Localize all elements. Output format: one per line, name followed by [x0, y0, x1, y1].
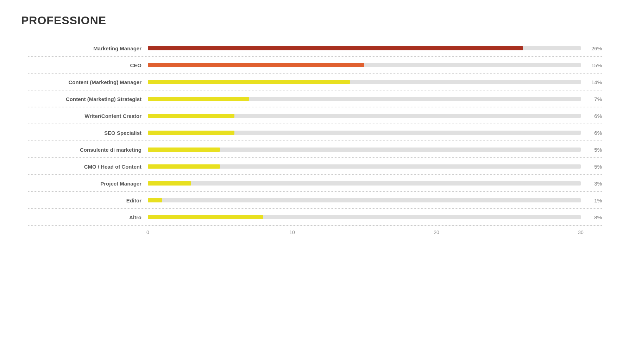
row-pct: 1% [581, 197, 602, 203]
x-axis-label: 10 [289, 230, 295, 235]
bar-fill [148, 97, 249, 101]
chart-row: Content (Marketing) Strategist 7% [28, 90, 602, 107]
x-axis: 0102030 [148, 226, 602, 240]
row-pct: 14% [581, 79, 602, 85]
bar-fill [148, 164, 220, 169]
chart-row: Editor 1% [28, 192, 602, 209]
row-label: CMO / Head of Content [28, 159, 148, 175]
row-label: Project Manager [28, 176, 148, 192]
bar-area [148, 40, 581, 57]
row-label: Altro [28, 209, 148, 225]
bar-fill [148, 215, 263, 219]
bar-area [148, 209, 581, 226]
chart-row: CMO / Head of Content 5% [28, 158, 602, 175]
chart-row: CEO 15% [28, 57, 602, 74]
row-label: Marketing Manager [28, 40, 148, 56]
bar-track [148, 198, 581, 202]
chart-row: Content (Marketing) Manager 14% [28, 74, 602, 90]
row-pct: 7% [581, 96, 602, 102]
row-pct: 6% [581, 113, 602, 119]
bar-area [148, 124, 581, 141]
bar-fill [148, 63, 364, 67]
row-label: Consulente di marketing [28, 142, 148, 158]
bar-area [148, 192, 581, 209]
x-axis-label: 0 [146, 230, 149, 235]
bar-fill [148, 131, 234, 135]
row-label: Content (Marketing) Manager [28, 74, 148, 90]
bar-fill [148, 148, 220, 152]
bar-fill [148, 198, 162, 202]
row-label: Content (Marketing) Strategist [28, 91, 148, 107]
row-pct: 5% [581, 164, 602, 170]
row-pct: 15% [581, 62, 602, 68]
row-label: CEO [28, 57, 148, 73]
page-title: PROFESSIONE [21, 14, 602, 27]
bar-area [148, 107, 581, 124]
bar-fill [148, 80, 350, 84]
row-pct: 6% [581, 130, 602, 136]
bar-area [148, 175, 581, 192]
chart-row: Project Manager 3% [28, 175, 602, 192]
bar-fill [148, 114, 234, 118]
bar-track [148, 181, 581, 186]
bar-area [148, 158, 581, 175]
x-axis-label: 30 [578, 230, 584, 235]
bar-area [148, 141, 581, 158]
row-pct: 26% [581, 45, 602, 51]
row-pct: 5% [581, 147, 602, 153]
row-label: SEO Specialist [28, 125, 148, 141]
chart-row: Marketing Manager 26% [28, 40, 602, 57]
x-axis-label: 20 [434, 230, 439, 235]
bar-area [148, 90, 581, 107]
chart-row: Writer/Content Creator 6% [28, 107, 602, 124]
row-pct: 8% [581, 214, 602, 220]
row-label: Editor [28, 193, 148, 208]
chart-row: SEO Specialist 6% [28, 124, 602, 141]
bar-area [148, 74, 581, 90]
row-label: Writer/Content Creator [28, 108, 148, 124]
x-axis-labels: 0102030 [148, 230, 581, 240]
chart-row: Consulente di marketing 5% [28, 141, 602, 158]
bar-fill [148, 181, 191, 186]
bar-chart: Marketing Manager 26% CEO 15% Content (M… [21, 40, 602, 240]
bar-fill [148, 46, 523, 50]
bar-area [148, 57, 581, 74]
chart-row: Altro 8% [28, 209, 602, 226]
row-pct: 3% [581, 181, 602, 187]
